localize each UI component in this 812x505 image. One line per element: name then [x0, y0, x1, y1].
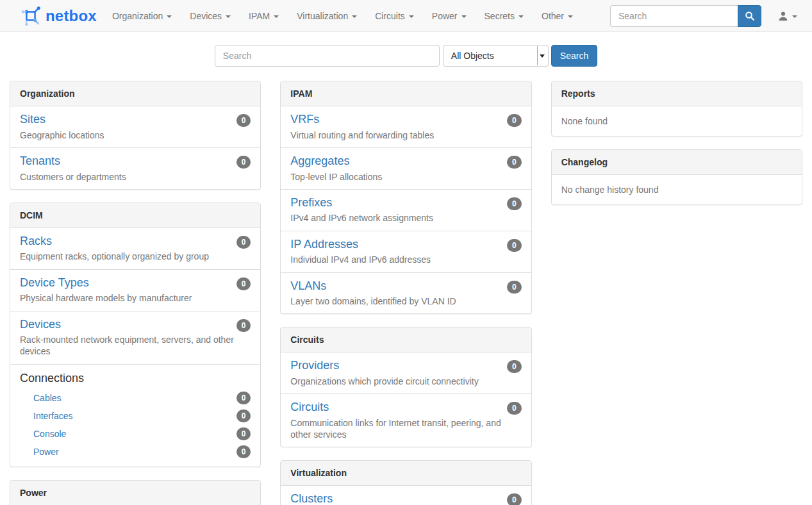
prefixes-link[interactable]: Prefixes: [290, 196, 332, 209]
caret-down-icon: [226, 15, 231, 18]
caret-down-icon: [409, 15, 414, 18]
panel-virtualization: Virtualization 0 Clusters: [280, 460, 531, 505]
netbox-logo-icon: [21, 5, 41, 27]
racks-description: Equipment racks, optionally organized by…: [20, 251, 251, 262]
console-link[interactable]: Console: [33, 429, 66, 439]
panel-ipam: IPAM 0 VRFs Virtual routing and forwardi…: [280, 81, 531, 314]
clusters-link[interactable]: Clusters: [290, 492, 333, 505]
connections-heading: Connections: [20, 371, 251, 386]
connections-row-interfaces: 0 Interfaces: [33, 407, 251, 425]
list-item-devices: 0 Devices Rack-mounted network equipment…: [10, 311, 260, 364]
navbar-search-button[interactable]: [738, 5, 761, 27]
cables-link[interactable]: Cables: [33, 393, 62, 403]
devices-link[interactable]: Devices: [20, 318, 61, 331]
nav-item-organization[interactable]: Organization: [103, 0, 181, 32]
caret-down-icon: [792, 15, 797, 18]
racks-link[interactable]: Racks: [20, 235, 52, 247]
top-navbar: netbox Organization Devices IPAM Virtual…: [0, 0, 812, 32]
column-right: Reports None found Changelog No change h…: [542, 81, 812, 218]
nav-item-label: Devices: [190, 11, 222, 21]
column-left: Organization 0 Sites Geographic location…: [0, 81, 270, 505]
device-types-count-badge: 0: [236, 277, 251, 290]
caret-down-icon: [167, 15, 172, 18]
user-icon: [778, 11, 788, 21]
device-types-description: Physical hardware models by manufacturer: [20, 292, 251, 304]
nav-item-label: Power: [432, 11, 458, 21]
panel-reports: Reports None found: [551, 81, 802, 137]
nav-item-secrets[interactable]: Secrets: [476, 0, 533, 32]
list-item-prefixes: 0 Prefixes IPv4 and IPv6 network assignm…: [281, 189, 531, 231]
aggregates-link[interactable]: Aggregates: [290, 154, 349, 167]
panel-changelog: Changelog No change history found: [551, 149, 802, 205]
caret-down-icon: [274, 15, 279, 18]
object-type-select[interactable]: All Objects: [443, 45, 549, 67]
navbar-search-form: [610, 5, 761, 27]
list-item-sites: 0 Sites Geographic locations: [10, 106, 260, 147]
interfaces-count-badge: 0: [236, 410, 251, 422]
panel-ipam-header: IPAM: [281, 81, 531, 106]
list-item-clusters: 0 Clusters: [281, 485, 531, 505]
vlans-count-badge: 0: [507, 281, 522, 294]
caret-down-icon: [568, 15, 573, 18]
search-input[interactable]: [215, 45, 440, 67]
interfaces-link[interactable]: Interfaces: [33, 411, 72, 421]
nav-item-label: Other: [542, 11, 564, 21]
nav-item-power[interactable]: Power: [423, 0, 476, 32]
prefixes-description: IPv4 and IPv6 network assignments: [290, 212, 521, 224]
ip-addresses-link[interactable]: IP Addresses: [290, 238, 358, 251]
connections-section: Connections 0 Cables 0 Interfaces 0 Cons…: [10, 364, 260, 467]
panel-changelog-header: Changelog: [552, 150, 802, 174]
panel-reports-header: Reports: [552, 81, 802, 106]
connections-row-power: 0 Power: [33, 443, 251, 461]
vlans-link[interactable]: VLANs: [290, 279, 326, 292]
vrfs-description: Virtual routing and forwarding tables: [290, 129, 521, 141]
vrfs-link[interactable]: VRFs: [290, 113, 319, 126]
navbar-search-input[interactable]: [610, 5, 738, 27]
nav-item-label: Secrets: [485, 11, 515, 21]
select-arrow-strip: [537, 46, 547, 65]
aggregates-count-badge: 0: [507, 156, 522, 169]
caret-down-icon: [352, 15, 357, 18]
circuits-link[interactable]: Circuits: [290, 401, 329, 413]
column-middle: IPAM 0 VRFs Virtual routing and forwardi…: [270, 81, 541, 505]
nav-item-label: IPAM: [249, 11, 270, 21]
sites-link[interactable]: Sites: [20, 113, 46, 126]
device-types-link[interactable]: Device Types: [20, 276, 89, 289]
dashboard: Organization 0 Sites Geographic location…: [0, 81, 812, 505]
nav-item-label: Circuits: [375, 11, 405, 21]
list-item-device-types: 0 Device Types Physical hardware models …: [10, 269, 260, 311]
object-type-value: All Objects: [451, 51, 494, 61]
panel-power: Power: [10, 480, 261, 505]
sites-description: Geographic locations: [20, 129, 251, 141]
panel-virtualization-header: Virtualization: [281, 461, 531, 485]
reports-empty-text: None found: [552, 106, 802, 136]
nav-item-devices[interactable]: Devices: [181, 0, 240, 32]
tenants-link[interactable]: Tenants: [20, 154, 60, 167]
tenants-count-badge: 0: [236, 156, 251, 169]
power-connections-link[interactable]: Power: [33, 447, 59, 457]
connections-row-cables: 0 Cables: [33, 389, 251, 407]
providers-description: Organizations which provide circuit conn…: [290, 376, 521, 387]
panel-circuits-header: Circuits: [281, 327, 531, 352]
providers-count-badge: 0: [507, 360, 522, 373]
nav-item-other[interactable]: Other: [533, 0, 582, 32]
providers-link[interactable]: Providers: [290, 359, 339, 372]
list-item-ip-addresses: 0 IP Addresses Individual IPv4 and IPv6 …: [281, 231, 531, 272]
list-item-vlans: 0 VLANs Layer two domains, identified by…: [281, 272, 531, 314]
tenants-description: Customers or departments: [20, 171, 251, 183]
search-submit-button[interactable]: Search: [551, 45, 597, 67]
user-menu[interactable]: [778, 11, 797, 21]
console-count-badge: 0: [236, 427, 251, 440]
connections-row-console: 0 Console: [33, 425, 251, 443]
clusters-count-badge: 0: [507, 493, 522, 505]
list-item-circuits: 0 Circuits Communication links for Inter…: [281, 393, 531, 447]
nav-item-circuits[interactable]: Circuits: [366, 0, 423, 32]
list-item-providers: 0 Providers Organizations which provide …: [281, 352, 531, 393]
netbox-brand[interactable]: netbox: [21, 5, 97, 27]
panel-circuits: Circuits 0 Providers Organizations which…: [280, 327, 531, 447]
devices-description: Rack-mounted network equipment, servers,…: [20, 334, 251, 357]
nav-item-ipam[interactable]: IPAM: [240, 0, 288, 32]
nav-item-virtualization[interactable]: Virtualization: [288, 0, 366, 32]
vlans-description: Layer two domains, identified by VLAN ID: [290, 295, 521, 307]
panel-organization-header: Organization: [10, 81, 260, 106]
